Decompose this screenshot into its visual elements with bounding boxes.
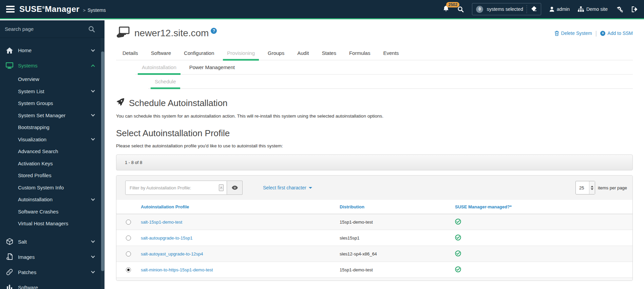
ssm-count-badge: 0 [476, 6, 483, 13]
sidebar-item-visualization[interactable]: Visualization [0, 133, 105, 146]
sidebar-item-software-crashes[interactable]: Software Crashes [0, 206, 105, 218]
tab-groups[interactable]: Groups [261, 47, 291, 60]
chevron-down-icon [91, 137, 95, 141]
sidebar-menu: Home Systems Overview System List System… [0, 38, 105, 289]
tab-events[interactable]: Events [377, 47, 405, 60]
user-menu[interactable]: admin [549, 6, 570, 12]
hamburger-menu-icon[interactable] [6, 6, 15, 13]
add-to-ssm-button[interactable]: + Add to SSM [600, 30, 633, 36]
column-header-managed[interactable]: SUSE Manager-managed?* [452, 200, 632, 214]
system-monitor-cloud-icon [116, 26, 130, 40]
plus-circle-icon: + [600, 31, 605, 36]
table-row: salt-15sp1-demo-test 15sp1-demo-test [116, 214, 632, 230]
user-name: admin [557, 6, 570, 12]
organization-name: Demo site [586, 6, 608, 12]
tab-states[interactable]: States [315, 47, 343, 60]
filter-preview-button[interactable] [227, 181, 243, 195]
sidebar-item-salt[interactable]: Salt [0, 234, 105, 249]
tab-audit[interactable]: Audit [291, 47, 315, 60]
subtab-power-management[interactable]: Power Management [183, 62, 241, 74]
sidebar-item-activation-keys[interactable]: Activation Keys [0, 158, 105, 170]
profile-table-panel: A Select first character 25 items per pa… [116, 175, 633, 281]
breadcrumb[interactable]: Systems [88, 7, 106, 13]
page-size-select[interactable]: 25 [575, 181, 595, 194]
system-title-row: newer12.site.com ? Delete System | + Add… [116, 26, 633, 40]
sidebar-item-stored-profiles[interactable]: Stored Profiles [0, 169, 105, 182]
schedule-section-description: You can schedule this system for an auto… [116, 113, 633, 119]
column-header-distribution[interactable]: Distribution [336, 200, 452, 214]
system-actions: Delete System | + Add to SSM [554, 30, 633, 37]
select-profile-header: Select Autoinstallation Profile [116, 128, 633, 139]
delete-system-button[interactable]: Delete System [554, 30, 592, 36]
profile-link[interactable]: salt-minion-to-https-15sp1-demo-test [141, 267, 213, 272]
salt-cube-icon [5, 238, 14, 245]
profile-radio[interactable] [126, 251, 131, 256]
subtab-schedule[interactable]: Schedule [148, 76, 183, 88]
ssm-divider [527, 5, 527, 13]
filter-profile-input[interactable] [125, 181, 227, 195]
column-header-profile[interactable]: Autoinstallation Profile [137, 200, 336, 214]
profile-link[interactable]: salt-autoupgrade-to-15sp1 [141, 235, 193, 241]
clear-selection-eraser-icon[interactable] [530, 6, 537, 13]
user-icon [549, 6, 554, 12]
sidebar-item-overview[interactable]: Overview [0, 73, 105, 85]
chevron-down-icon [91, 197, 95, 201]
sidebar-item-virtual-host-managers[interactable]: Virtual Host Managers [0, 218, 105, 230]
brand-manager: Manager [45, 4, 79, 14]
sidebar-item-systems[interactable]: Systems [0, 58, 105, 73]
profile-radio[interactable] [126, 235, 131, 241]
logout-button[interactable] [631, 6, 638, 12]
sidebar-item-system-groups[interactable]: System Groups [0, 97, 105, 109]
header-search-button[interactable] [457, 6, 464, 13]
sidebar-item-advanced-search[interactable]: Advanced Search [0, 145, 105, 158]
table-header-row: Autoinstallation Profile Distribution SU… [116, 200, 632, 214]
sidebar-item-system-list[interactable]: System List [0, 85, 105, 98]
sidebar-item-custom-system-info[interactable]: Custom System Info [0, 182, 105, 194]
profile-radio-selected[interactable] [126, 267, 131, 272]
top-header-bar: SUSE®Manager > Systems 2502 0 systems se… [0, 0, 644, 19]
tab-provisioning[interactable]: Provisioning [221, 47, 261, 60]
sidebar-item-software[interactable]: Software [0, 280, 105, 289]
brand-logo[interactable]: SUSE®Manager [19, 4, 79, 14]
admin-settings-button[interactable] [616, 6, 623, 13]
rocket-icon [116, 98, 125, 109]
search-icon[interactable] [88, 26, 95, 33]
table-filter-bar: A Select first character 25 items per pa… [116, 176, 632, 200]
profile-link[interactable]: salt-autoyast_upgrade-to-12sp4 [141, 251, 203, 256]
items-per-page-control: 25 items per page [575, 181, 627, 194]
sidebar-scrollbar[interactable] [101, 38, 105, 289]
subtab-autoinstallation[interactable]: Autoinstallation [135, 62, 183, 74]
sitemap-icon [578, 6, 584, 12]
sidebar-item-patches[interactable]: Patches [0, 265, 105, 280]
sidebar-scrollbar-thumb[interactable] [101, 51, 104, 271]
caret-down-icon [309, 187, 312, 189]
sidebar-item-system-set-manager[interactable]: System Set Manager [0, 109, 105, 122]
tab-software[interactable]: Software [145, 47, 177, 60]
select-spinner-icon[interactable] [589, 181, 595, 194]
managed-check-icon [455, 219, 461, 225]
organization-menu[interactable]: Demo site [578, 6, 608, 12]
distribution-cell: sles12-sp4-x86_64 [336, 246, 452, 262]
items-per-page-label: items per page [598, 185, 627, 190]
profile-radio[interactable] [126, 220, 131, 225]
tab-formulas[interactable]: Formulas [343, 47, 377, 60]
chevron-up-icon [91, 64, 95, 68]
sidebar-item-bootstrapping[interactable]: Bootstrapping [0, 121, 105, 133]
ssm-selected-label[interactable]: systems selected [487, 6, 523, 12]
sidebar-search-input[interactable] [5, 26, 88, 32]
select-first-character-dropdown[interactable]: Select first character [263, 185, 312, 190]
managed-check-icon [455, 266, 461, 272]
table-row: salt-autoupgrade-to-15sp1 sles15sp1 [116, 230, 632, 246]
next-row-partial [116, 278, 632, 281]
software-bars-icon [5, 284, 14, 289]
ssm-selection-box: 0 systems selected [472, 3, 541, 15]
input-character-icon: A [219, 184, 224, 191]
profile-link[interactable]: salt-15sp1-demo-test [141, 220, 182, 225]
sidebar-item-autoinstallation[interactable]: Autoinstallation [0, 193, 105, 206]
sidebar-item-home[interactable]: Home [0, 43, 105, 58]
help-icon[interactable]: ? [211, 28, 217, 34]
notifications-bell[interactable]: 2502 [443, 5, 449, 13]
sidebar-item-images[interactable]: Images [0, 249, 105, 265]
tab-configuration[interactable]: Configuration [177, 47, 221, 60]
tab-details[interactable]: Details [116, 47, 145, 60]
